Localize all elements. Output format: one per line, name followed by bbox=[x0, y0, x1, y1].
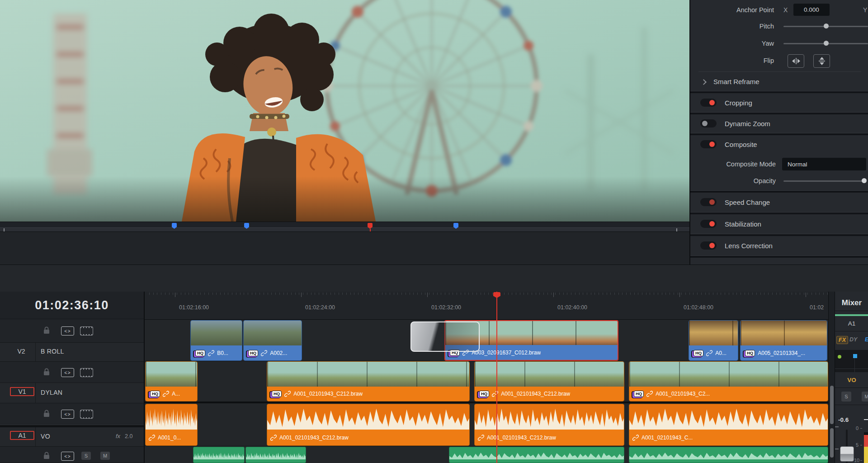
timeline-clip-v2[interactable]: HQ A005_02101334_... bbox=[740, 320, 827, 361]
clip-label: A003_02091637_C012.braw bbox=[472, 350, 541, 356]
lock-icon[interactable] bbox=[43, 368, 50, 376]
timeline-clip-a1[interactable]: A001_02101943_C212.braw bbox=[267, 404, 470, 446]
link-icon bbox=[706, 350, 712, 356]
anchor-x-field[interactable]: 0.000 bbox=[793, 4, 830, 16]
stabilization-toggle[interactable] bbox=[700, 220, 717, 228]
flip-label: Flip bbox=[764, 57, 774, 64]
link-icon bbox=[261, 350, 267, 356]
clip-label: B0... bbox=[217, 350, 228, 356]
track-id-a1[interactable]: A1 bbox=[10, 431, 34, 440]
davinci-resolve-edit-page: { "inspector": { "anchor_point_label": "… bbox=[0, 0, 868, 463]
mixer-dy-badge[interactable]: DY bbox=[849, 336, 857, 343]
track-name-a1[interactable]: VO bbox=[41, 433, 50, 440]
composite-mode-select[interactable]: Normal bbox=[782, 158, 866, 170]
timeline-clip-v1[interactable]: HQ A001_02101943_C212.braw bbox=[267, 361, 470, 402]
track-fx-label[interactable]: fx bbox=[116, 433, 120, 439]
inspector-divider bbox=[698, 71, 861, 72]
timeline-content[interactable]: 01:02:16:00 01:02:24:00 01:02:32:00 01:0… bbox=[145, 292, 828, 463]
pitch-slider-handle[interactable] bbox=[824, 24, 829, 28]
speed-change-toggle[interactable] bbox=[700, 198, 717, 206]
mute-button[interactable]: M bbox=[100, 452, 110, 460]
clip-label: A... bbox=[172, 391, 180, 397]
hq-badge: HQ bbox=[479, 391, 489, 397]
transition-overlay[interactable] bbox=[410, 321, 480, 352]
timeline-clip-v2[interactable]: HQ B0... bbox=[190, 320, 242, 361]
filmstrip-icon[interactable] bbox=[80, 368, 93, 377]
track-header-v2[interactable]: V2 B ROLL bbox=[0, 343, 144, 362]
lock-icon[interactable] bbox=[43, 326, 50, 334]
fader-handle[interactable] bbox=[840, 446, 854, 462]
scrollbar-thumb[interactable] bbox=[830, 428, 834, 458]
pan-dot-icon bbox=[838, 355, 841, 359]
timeline-vertical-scrollbar[interactable] bbox=[828, 292, 835, 463]
filmstrip-icon[interactable] bbox=[80, 410, 93, 419]
flip-vertical-button[interactable] bbox=[813, 54, 830, 68]
timecode-display: 01:02:36:10 bbox=[0, 292, 144, 319]
mixer-track-name: VO bbox=[835, 372, 868, 388]
audio-waveform bbox=[267, 404, 469, 430]
track-name-v1[interactable]: DYLAN bbox=[41, 389, 62, 396]
track-id-v1[interactable]: V1 bbox=[10, 387, 34, 396]
mixer-pan-control[interactable] bbox=[835, 350, 868, 372]
cropping-toggle[interactable] bbox=[700, 99, 717, 107]
ruler-label: 01:02:24:00 bbox=[305, 304, 335, 311]
anchor-x-label: X bbox=[783, 6, 788, 14]
timeline-clip-a1[interactable]: A001_0... bbox=[145, 404, 198, 446]
timeline-clip-v1[interactable]: HQ A... bbox=[145, 361, 198, 402]
timeline-clip-v2[interactable]: HQ A0... bbox=[689, 320, 738, 361]
lens-correction-toggle[interactable] bbox=[700, 241, 717, 250]
track-header-a1[interactable]: A1 VO fx 2.0 bbox=[0, 427, 144, 447]
auto-select-icon[interactable]: <> bbox=[61, 368, 74, 377]
filmstrip-icon[interactable] bbox=[80, 326, 93, 335]
meter-peak-line bbox=[864, 419, 868, 420]
mixer-fx-badge[interactable]: FX bbox=[836, 336, 848, 344]
opacity-slider-track[interactable] bbox=[783, 180, 865, 182]
transport-bar: ‹ ● › bbox=[0, 232, 689, 265]
timeline-clip-v2[interactable]: HQ A002... bbox=[243, 320, 302, 361]
link-icon bbox=[632, 435, 639, 441]
auto-select-icon[interactable]: <> bbox=[61, 452, 74, 461]
mixer-badges-row: FX DY EQ bbox=[835, 331, 868, 350]
timeline-clip-a2[interactable] bbox=[193, 447, 245, 463]
lock-icon[interactable] bbox=[43, 452, 50, 459]
inspector-section-divider bbox=[690, 91, 868, 93]
composite-toggle[interactable] bbox=[700, 140, 717, 148]
mixer-solo-button[interactable]: S bbox=[841, 392, 851, 402]
mixer-level-value[interactable]: -0.6 bbox=[838, 416, 849, 423]
track-header-v1[interactable]: V1 DYLAN bbox=[0, 383, 144, 403]
opacity-slider-handle[interactable] bbox=[862, 178, 867, 183]
viewer-scrub-bar[interactable] bbox=[0, 222, 689, 232]
mixer-eq-badge[interactable]: EQ bbox=[865, 336, 868, 343]
timeline-clip-a2[interactable] bbox=[245, 447, 306, 463]
mixer-solo-mute-row: S M bbox=[835, 388, 868, 405]
timeline-clip-v1[interactable]: HQ A001_02101943_C2... bbox=[629, 361, 828, 402]
timeline-ruler[interactable]: 01:02:16:00 01:02:24:00 01:02:32:00 01:0… bbox=[145, 292, 828, 320]
yaw-slider-handle[interactable] bbox=[824, 41, 829, 46]
auto-select-icon[interactable]: <> bbox=[61, 326, 74, 335]
inspector-section-divider bbox=[690, 190, 868, 193]
track-id-v2[interactable]: V2 bbox=[10, 348, 33, 355]
stabilization-label: Stabilization bbox=[725, 220, 761, 228]
ruler-label: 01:02:16:00 bbox=[179, 304, 209, 311]
clip-label: A001_02101943_C... bbox=[642, 435, 693, 441]
auto-select-icon[interactable]: <> bbox=[61, 410, 74, 419]
hq-badge: HQ bbox=[634, 391, 644, 397]
edit-toolbar: − + bbox=[0, 265, 868, 293]
mixer-channel-label: A1 bbox=[835, 316, 868, 331]
smart-reframe-label[interactable]: Smart Reframe bbox=[713, 78, 760, 85]
solo-button[interactable]: S bbox=[81, 452, 91, 460]
timeline-clip-a2[interactable] bbox=[449, 447, 624, 463]
playhead-line[interactable] bbox=[496, 292, 497, 463]
dynamic-zoom-toggle[interactable] bbox=[700, 119, 717, 128]
track-buttons-row: <> bbox=[0, 403, 144, 425]
scrollbar-thumb[interactable] bbox=[830, 386, 834, 424]
lock-icon[interactable] bbox=[43, 410, 50, 417]
mixer-mute-button[interactable]: M bbox=[862, 392, 868, 402]
timeline-clip-a1[interactable]: A001_02101943_C... bbox=[629, 404, 828, 446]
mixer-panel: Mixer A1 FX DY EQ VO S M -0.6 0 5 bbox=[835, 292, 868, 463]
flip-horizontal-button[interactable] bbox=[788, 54, 804, 68]
timeline-clip-a2[interactable] bbox=[629, 447, 828, 463]
clip-label: A0... bbox=[715, 350, 726, 356]
track-name-v2[interactable]: B ROLL bbox=[41, 348, 64, 355]
composite-mode-label: Composite Mode bbox=[726, 161, 776, 168]
